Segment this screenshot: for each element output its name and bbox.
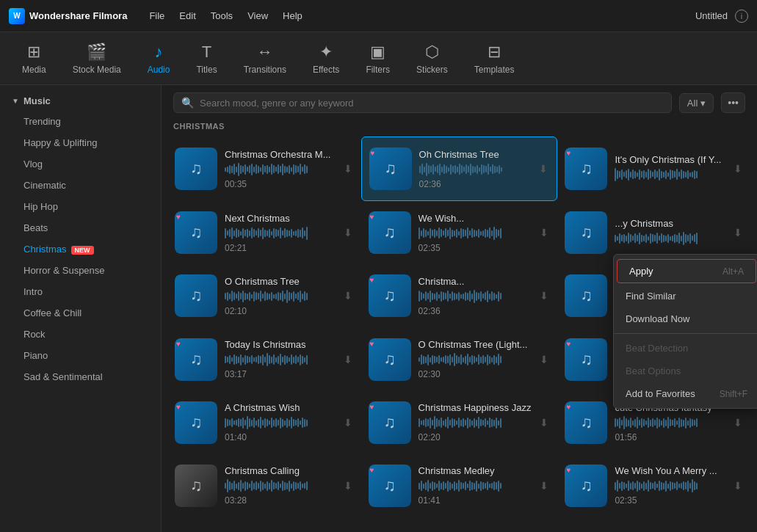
sidebar-section-music[interactable]: ▼ Music [0, 91, 161, 111]
menu-item-edit[interactable]: Edit [179, 10, 195, 21]
menu-item-file[interactable]: File [149, 10, 164, 21]
context-menu-item-download-now[interactable]: Download Now [614, 307, 757, 330]
toolbar-item-audio[interactable]: ♪Audio [137, 38, 181, 79]
wave-bar [251, 481, 253, 491]
search-input[interactable] [200, 98, 664, 109]
wave-bar [447, 291, 449, 302]
wave-bar [434, 229, 435, 238]
download-button-10[interactable]: ⬇ [342, 352, 354, 367]
wave-bar [260, 230, 261, 236]
music-card-8[interactable]: ♫ ♥ Christma... 02:36 ⬇ [361, 264, 558, 327]
context-menu-item-add-favorites[interactable]: Add to FavoritesShift+F [614, 382, 757, 405]
music-card-10[interactable]: ♫ ♥ Today Is Christmas 03:17 ⬇ [167, 327, 361, 390]
wave-bar [236, 356, 237, 364]
music-card-13[interactable]: ♫ ♥ A Christmas Wish 01:40 ⬇ [167, 391, 361, 454]
context-menu-item-apply[interactable]: ApplyAlt+A [617, 259, 756, 283]
sidebar-item-hiphop[interactable]: Hip Hop [0, 196, 161, 217]
download-button-8[interactable]: ⬇ [538, 288, 550, 303]
wave-bar [304, 483, 305, 489]
sidebar-item-christmas[interactable]: ChristmasNEW [0, 238, 161, 260]
music-card-14[interactable]: ♫ ♥ Christmas Happiness Jazz 02:20 ⬇ [361, 391, 558, 454]
wave-bar [258, 166, 259, 173]
toolbar-item-titles[interactable]: TTitles [186, 38, 227, 79]
menu-item-view[interactable]: View [247, 10, 268, 21]
sidebar-item-vlog[interactable]: Vlog [0, 153, 161, 175]
toolbar-item-transitions[interactable]: ↔Transitions [233, 38, 297, 79]
toolbar-item-media[interactable]: ⊞Media [12, 38, 57, 79]
more-options-button[interactable]: ••• [721, 92, 745, 113]
sidebar-item-happy[interactable]: Happy & Uplifting [0, 132, 161, 153]
wave-bar [494, 166, 496, 173]
music-card-17[interactable]: ♫ ♥ Christmas Medley 01:41 ⬇ [361, 454, 558, 517]
download-button-7[interactable]: ⬇ [342, 288, 354, 303]
sidebar-item-sad[interactable]: Sad & Sentimental [0, 366, 161, 387]
sidebar-item-beats[interactable]: Beats [0, 217, 161, 238]
wave-bar [271, 231, 272, 236]
wave-bar [438, 355, 440, 364]
download-button-1[interactable]: ⬇ [342, 161, 354, 176]
music-note-icon: ♫ [383, 476, 396, 495]
wave-bar [286, 483, 288, 489]
wave-bar [676, 235, 678, 242]
sidebar-item-trending[interactable]: Trending [0, 111, 161, 132]
music-card-18[interactable]: ♫ ♥ We Wish You A Merry ... 02:35 ⬇ [557, 454, 751, 517]
wave-bar [256, 357, 257, 362]
download-button-4[interactable]: ⬇ [342, 225, 354, 240]
music-title-17: Christmas Medley [419, 465, 532, 476]
music-card-11[interactable]: ♫ ♥ O Christmas Tree (Light... 02:30 ⬇ [361, 327, 558, 390]
wave-bar [628, 169, 629, 181]
sidebar-item-coffee[interactable]: Coffee & Chill [0, 302, 161, 324]
wave-bar [262, 164, 264, 175]
sidebar-item-rock[interactable]: Rock [0, 324, 161, 345]
download-button-15[interactable]: ⬇ [732, 415, 744, 430]
wave-bar [615, 235, 616, 242]
search-bar[interactable]: 🔍 [173, 92, 672, 113]
download-button-17[interactable]: ⬇ [538, 478, 550, 493]
toolbar-item-filters[interactable]: ▣Filters [355, 38, 400, 79]
filter-dropdown[interactable]: All ▾ [679, 93, 714, 113]
wave-bar [456, 483, 457, 489]
toolbar-item-stickers[interactable]: ⬡Stickers [406, 38, 458, 79]
sidebar-item-intro[interactable]: Intro [0, 281, 161, 302]
music-title-18: We Wish You A Merry ... [615, 465, 725, 476]
sidebar-item-cinematic[interactable]: Cinematic [0, 175, 161, 196]
wave-bar [256, 292, 257, 300]
menu-item-help[interactable]: Help [283, 10, 303, 21]
download-button-14[interactable]: ⬇ [538, 415, 550, 430]
wave-bar [441, 291, 442, 302]
download-button-16[interactable]: ⬇ [342, 478, 354, 493]
content-header: 🔍 All ▾ ••• [162, 85, 757, 117]
download-button-3[interactable]: ⬇ [732, 161, 744, 176]
toolbar-label-titles: Titles [196, 65, 217, 75]
download-button-6[interactable]: ⬇ [732, 225, 744, 240]
info-icon[interactable]: i [735, 10, 748, 23]
wave-bar [245, 230, 246, 236]
music-card-1[interactable]: ♫ Christmas Orchestra M... 00:35 ⬇ [167, 136, 361, 201]
toolbar-item-templates[interactable]: ⊟Templates [464, 38, 525, 79]
download-button-5[interactable]: ⬇ [538, 225, 550, 240]
toolbar-item-stock-media[interactable]: 🎬Stock Media [62, 38, 131, 79]
sidebar-item-horror[interactable]: Horror & Suspense [0, 260, 161, 281]
wave-bar [297, 229, 299, 238]
wave-bar [278, 292, 279, 301]
music-card-4[interactable]: ♫ ♥ Next Christmas 02:21 ⬇ [167, 201, 361, 264]
music-card-16[interactable]: ♫ Christmas Calling 03:28 ⬇ [167, 454, 361, 517]
music-card-7[interactable]: ♫ O Christmas Tree 02:10 ⬇ [167, 264, 361, 327]
wave-bar [275, 229, 277, 237]
wave-bar [282, 419, 283, 427]
download-button-18[interactable]: ⬇ [732, 478, 744, 493]
toolbar-item-effects[interactable]: ✦Effects [303, 38, 349, 79]
download-button-2[interactable]: ⬇ [537, 161, 549, 176]
wave-bar [245, 164, 246, 175]
menu-item-tools[interactable]: Tools [211, 10, 233, 21]
sidebar-item-piano[interactable]: Piano [0, 345, 161, 366]
music-card-5[interactable]: ♫ ♥ We Wish... 02:35 ⬇ [361, 201, 558, 264]
music-card-3[interactable]: ♫ ♥ It's Only Christmas (If Y... ⬇ [557, 136, 751, 201]
wave-bar [302, 227, 303, 238]
music-card-2[interactable]: ♫ ♥ Oh Christmas Tree 02:36 ⬇ [361, 136, 558, 201]
toolbar-label-stickers: Stickers [416, 65, 448, 75]
download-button-11[interactable]: ⬇ [538, 352, 550, 367]
context-menu-item-find-similar[interactable]: Find Similar [614, 285, 757, 307]
wave-bar [493, 293, 495, 300]
download-button-13[interactable]: ⬇ [342, 415, 354, 430]
